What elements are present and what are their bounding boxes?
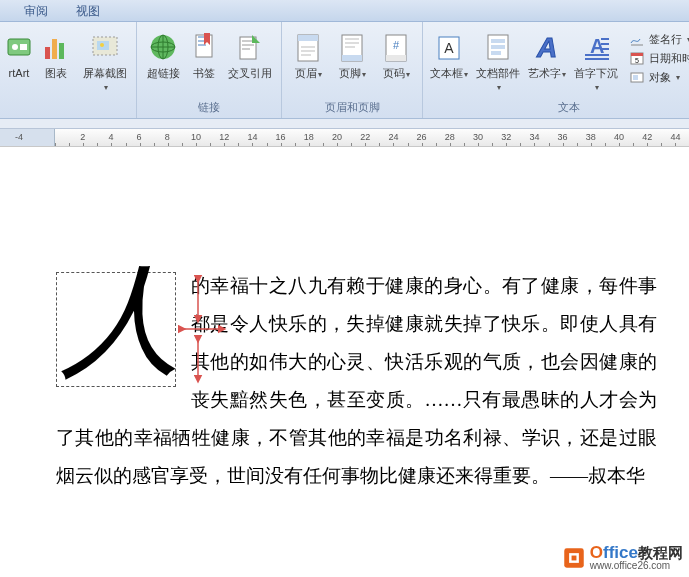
svg-rect-30 xyxy=(631,53,643,56)
group-illustrations: rtArt 图表 屏幕截图▾ xyxy=(0,22,137,118)
svg-point-8 xyxy=(100,43,104,47)
svg-rect-3 xyxy=(45,47,50,59)
calendar-icon: 5 xyxy=(629,50,645,66)
globe-icon xyxy=(147,31,179,63)
bookmark-icon xyxy=(188,31,220,63)
horizontal-ruler[interactable]: -424681012141618202224262830323436384042… xyxy=(0,129,689,147)
group-links-label: 链接 xyxy=(141,98,277,118)
hyperlink-button[interactable]: 超链接 xyxy=(141,28,185,83)
textbox-label: 文本框▾ xyxy=(430,67,468,81)
screenshot-button[interactable]: 屏幕截图▾ xyxy=(78,28,132,97)
group-text-label: 文本 xyxy=(427,98,689,118)
object-button[interactable]: 对象▾ xyxy=(627,68,689,86)
page: 人 的幸福十之八九有赖于健康的身心。有了健康，每件事都是令人快乐的，失掉健康就失… xyxy=(0,147,689,495)
svg-rect-5 xyxy=(59,43,64,59)
object-icon xyxy=(629,69,645,85)
signature-icon xyxy=(629,31,645,47)
svg-rect-25 xyxy=(491,45,505,49)
datetime-label: 日期和时间 xyxy=(649,51,689,66)
svg-text:A: A xyxy=(444,40,454,56)
crossref-icon xyxy=(234,31,266,63)
svg-point-1 xyxy=(12,44,18,50)
svg-rect-2 xyxy=(20,44,27,50)
chart-icon xyxy=(40,31,72,63)
chart-label: 图表 xyxy=(45,67,67,80)
sub-toolbar xyxy=(0,119,689,129)
watermark: Office教程网 www.office26.com xyxy=(561,544,683,571)
svg-text:5: 5 xyxy=(635,57,639,64)
svg-rect-17 xyxy=(342,55,362,61)
dropcap-button[interactable]: A 首字下沉▾ xyxy=(569,28,623,97)
wordart-button[interactable]: A 艺术字▾ xyxy=(525,28,569,84)
watermark-brand: Office教程网 xyxy=(590,544,683,561)
object-label: 对象 xyxy=(649,70,671,85)
svg-rect-39 xyxy=(571,555,576,560)
tab-view[interactable]: 视图 xyxy=(62,0,114,21)
group-illustrations-label xyxy=(4,101,132,118)
smartart-button[interactable]: rtArt xyxy=(4,28,34,83)
crossref-button[interactable]: 交叉引用 xyxy=(223,28,277,83)
dropcap-label: 首字下沉▾ xyxy=(572,67,620,94)
document-area[interactable]: 人 的幸福十之八九有赖于健康的身心。有了健康，每件事都是令人快乐的，失掉健康就失… xyxy=(0,147,689,577)
group-text: A 文本框▾ 文档部件▾ A 艺术字▾ A 首字下沉▾ 签名行▾ 5日期和时间 … xyxy=(423,22,689,118)
group-header-footer: 页眉▾ 页脚▾ # 页码▾ 页眉和页脚 xyxy=(282,22,423,118)
smartart-icon xyxy=(3,31,35,63)
datetime-button[interactable]: 5日期和时间 xyxy=(627,49,689,67)
parts-label: 文档部件▾ xyxy=(474,67,522,94)
chart-button[interactable]: 图表 xyxy=(34,28,78,83)
svg-text:#: # xyxy=(393,39,400,51)
svg-rect-20 xyxy=(386,55,406,61)
page-number-button[interactable]: # 页码▾ xyxy=(374,28,418,84)
parts-icon xyxy=(482,31,514,63)
watermark-url: www.office26.com xyxy=(590,561,683,571)
header-label: 页眉▾ xyxy=(295,67,322,81)
svg-rect-26 xyxy=(491,51,501,55)
signature-button[interactable]: 签名行▾ xyxy=(627,30,689,48)
bookmark-button[interactable]: 书签 xyxy=(185,28,223,83)
watermark-logo-icon xyxy=(561,545,587,571)
dropcap-icon: A xyxy=(580,31,612,63)
drop-cap-frame[interactable]: 人 xyxy=(56,272,176,387)
svg-text:A: A xyxy=(536,32,557,63)
header-button[interactable]: 页眉▾ xyxy=(286,28,330,84)
smartart-label: rtArt xyxy=(9,67,30,80)
textbox-button[interactable]: A 文本框▾ xyxy=(427,28,471,84)
screenshot-icon xyxy=(89,31,121,63)
footer-label: 页脚▾ xyxy=(339,67,366,81)
footer-icon xyxy=(336,31,368,63)
svg-rect-33 xyxy=(633,75,638,80)
parts-button[interactable]: 文档部件▾ xyxy=(471,28,525,97)
svg-rect-15 xyxy=(298,35,318,41)
hyperlink-label: 超链接 xyxy=(147,67,180,80)
page-number-label: 页码▾ xyxy=(383,67,410,81)
crossref-label: 交叉引用 xyxy=(228,67,272,80)
footer-button[interactable]: 页脚▾ xyxy=(330,28,374,84)
header-icon xyxy=(292,31,324,63)
tab-review[interactable]: 审阅 xyxy=(10,0,62,21)
screenshot-label: 屏幕截图▾ xyxy=(81,67,129,94)
tab-bar: 审阅 视图 xyxy=(0,0,689,22)
svg-rect-4 xyxy=(52,39,57,59)
wordart-icon: A xyxy=(531,31,563,63)
bookmark-label: 书签 xyxy=(193,67,215,80)
page-number-icon: # xyxy=(380,31,412,63)
ribbon: rtArt 图表 屏幕截图▾ 超链接 书签 xyxy=(0,22,689,119)
group-hf-label: 页眉和页脚 xyxy=(286,98,418,118)
signature-label: 签名行 xyxy=(649,32,682,47)
svg-rect-24 xyxy=(491,39,505,43)
wordart-label: 艺术字▾ xyxy=(528,67,566,81)
group-links: 超链接 书签 交叉引用 链接 xyxy=(137,22,282,118)
drop-cap-char: 人 xyxy=(62,261,182,381)
textbox-icon: A xyxy=(433,31,465,63)
